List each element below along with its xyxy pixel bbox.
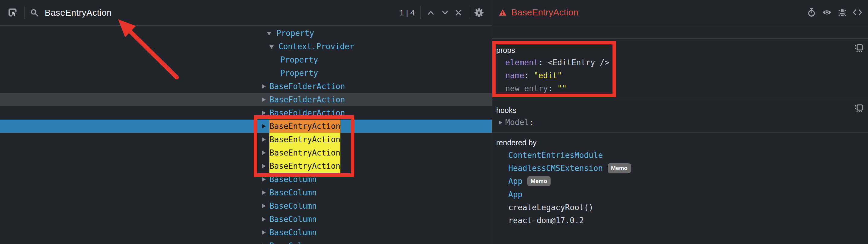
tree-row[interactable]: Context.Provider: [0, 40, 492, 53]
memo-badge: Memo: [527, 176, 551, 186]
search-input[interactable]: BaseEntryAction: [45, 8, 112, 18]
expand-caret-icon[interactable]: [262, 84, 266, 89]
section-divider: [492, 132, 868, 132]
expand-caret-icon[interactable]: [270, 45, 274, 49]
prop-key: name: [505, 71, 524, 80]
inspect-element-button[interactable]: [8, 8, 17, 17]
prop-value[interactable]: "edit": [534, 71, 562, 80]
tree-row[interactable]: BaseColumn: [0, 213, 492, 226]
component-name: Property: [280, 53, 318, 66]
copy-hooks-button[interactable]: [855, 104, 863, 114]
rendered-by-item: AppMemo: [508, 175, 551, 188]
component-name: BaseEntryAction: [270, 120, 340, 133]
expand-caret-icon[interactable]: [262, 124, 266, 128]
tree-row[interactable]: Property: [0, 53, 492, 66]
expand-caret-icon[interactable]: [262, 204, 266, 208]
component-name: BaseFolderAction: [270, 106, 345, 120]
tree-row[interactable]: BaseFolderAction: [0, 80, 492, 93]
hook-separator: :: [529, 118, 534, 127]
props-section-label: props: [496, 46, 515, 55]
tree-row[interactable]: BaseEntryAction: [0, 120, 492, 133]
tree-toolbar: BaseEntryAction 1 | 4: [0, 0, 492, 26]
component-name: BaseEntryAction: [270, 159, 340, 173]
tree-row[interactable]: BaseFolderAction: [0, 93, 492, 106]
prop-value[interactable]: <EditEntry />: [548, 58, 610, 67]
tree-row[interactable]: BaseColumn: [0, 239, 492, 244]
hook-item-model[interactable]: Model:: [499, 116, 534, 129]
stopwatch-icon: [807, 8, 816, 17]
copy-icon: [855, 104, 863, 113]
component-name: BaseFolderAction: [270, 93, 345, 106]
rendered-by-section-label: rendered by: [496, 138, 536, 147]
search-icon: [31, 9, 39, 17]
element-picker-icon: [8, 8, 17, 17]
chevron-down-icon: [441, 10, 448, 15]
component-name: BaseColumn: [270, 213, 317, 226]
tree-row[interactable]: BaseColumn: [0, 173, 492, 186]
tree-row[interactable]: BaseEntryAction: [0, 133, 492, 146]
expand-caret-icon[interactable]: [499, 121, 502, 124]
expand-caret-icon[interactable]: [262, 217, 266, 221]
owner-link[interactable]: ContentEntriesModule: [508, 151, 603, 160]
tree-row[interactable]: BaseColumn: [0, 186, 492, 199]
expand-caret-icon[interactable]: [262, 111, 266, 115]
section-divider: [492, 99, 868, 99]
section-divider: [492, 38, 868, 39]
chevron-up-icon: [427, 10, 434, 15]
tree-row[interactable]: BaseColumn: [0, 226, 492, 239]
bug-icon: [838, 8, 846, 17]
prop-key: new entry: [505, 84, 548, 93]
expand-caret-icon[interactable]: [262, 151, 266, 155]
expand-caret-icon[interactable]: [267, 32, 271, 36]
gear-icon: [474, 8, 484, 17]
eye-icon: [822, 9, 832, 16]
inspect-dom-button[interactable]: [822, 9, 832, 16]
search-icon-wrap: [31, 9, 39, 17]
next-result-button[interactable]: [440, 7, 450, 18]
component-details-panel: BaseEntryAction: [492, 0, 868, 244]
tree-row[interactable]: Property: [0, 66, 492, 80]
copy-props-button[interactable]: [855, 44, 863, 54]
owner-link[interactable]: App: [508, 190, 523, 199]
expand-caret-icon[interactable]: [262, 164, 266, 168]
copy-icon: [855, 44, 863, 53]
owner-label: react-dom@17.0.2: [508, 216, 584, 225]
rendered-by-item: createLegacyRoot(): [508, 201, 593, 214]
warning-icon: [499, 8, 507, 17]
rendered-by-item: App: [508, 188, 523, 201]
expand-caret-icon[interactable]: [262, 231, 266, 235]
expand-caret-icon[interactable]: [262, 177, 266, 182]
prop-separator: :: [548, 84, 557, 93]
tree-row[interactable]: BaseEntryAction: [0, 159, 492, 173]
selected-component-title: BaseEntryAction: [511, 7, 578, 18]
owner-link[interactable]: App: [508, 177, 523, 186]
code-brackets-icon: [853, 9, 862, 16]
view-source-button[interactable]: [853, 9, 862, 16]
log-to-console-button[interactable]: [838, 8, 846, 17]
prop-value[interactable]: "": [557, 84, 566, 93]
components-tree-panel: BaseEntryAction 1 | 4: [0, 0, 492, 244]
tree-row[interactable]: Property: [0, 27, 492, 40]
prop-row[interactable]: element: <EditEntry />: [505, 56, 609, 69]
close-icon: [455, 9, 462, 16]
component-name: Property: [280, 66, 318, 80]
expand-caret-icon[interactable]: [262, 190, 266, 195]
tree-row[interactable]: BaseFolderAction: [0, 106, 492, 120]
tree-row[interactable]: BaseColumn: [0, 199, 492, 213]
suspense-toggle-button[interactable]: [807, 8, 816, 17]
rendered-by-item: ContentEntriesModule: [508, 149, 603, 162]
settings-button[interactable]: [473, 7, 485, 18]
prop-row[interactable]: name: "edit": [505, 69, 562, 82]
prop-separator: :: [524, 71, 534, 80]
tree-row[interactable]: BaseEntryAction: [0, 146, 492, 159]
component-tree: PropertyContext.ProviderPropertyProperty…: [0, 27, 492, 244]
expand-caret-icon[interactable]: [262, 138, 266, 142]
owner-link[interactable]: HeadlessCMSExtension: [508, 164, 603, 173]
previous-result-button[interactable]: [426, 7, 436, 18]
toolbar-divider: [469, 6, 469, 19]
expand-caret-icon[interactable]: [262, 97, 266, 102]
clear-search-button[interactable]: [453, 7, 464, 18]
prop-row[interactable]: new entry: "": [505, 82, 567, 95]
component-name: Property: [276, 27, 314, 40]
search-results-count: 1 | 4: [400, 8, 415, 18]
